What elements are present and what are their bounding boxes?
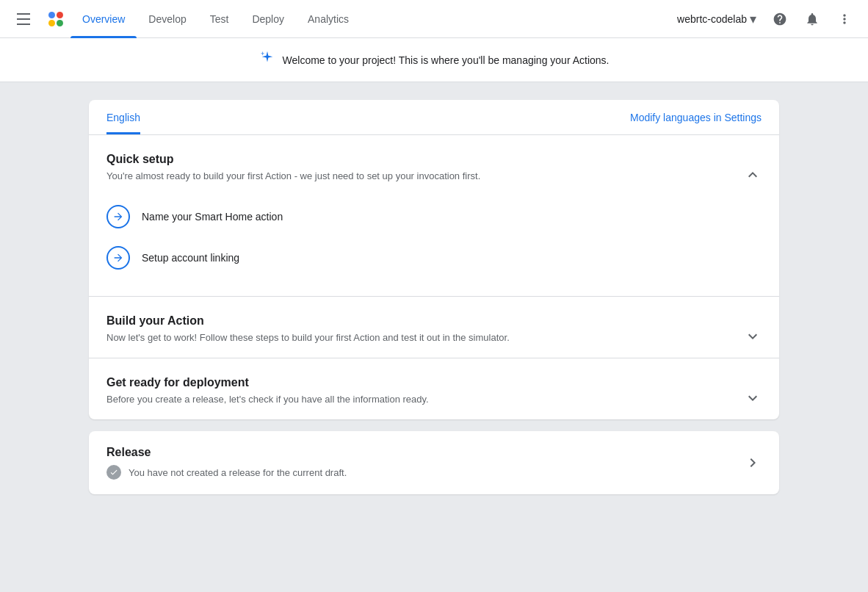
notifications-button[interactable]: [798, 4, 827, 34]
release-status-text: You have not created a release for the c…: [129, 467, 347, 478]
deployment-chevron-down-icon: [744, 389, 762, 407]
project-dropdown-icon: ▾: [750, 11, 756, 27]
google-dot-blue: [48, 12, 55, 18]
release-header[interactable]: Release You have not created a release f…: [89, 431, 779, 494]
setup-item-name-label: Name your Smart Home action: [142, 211, 283, 223]
google-dot-green: [57, 20, 63, 26]
quick-setup-chevron-up-icon: [744, 166, 762, 184]
build-action-header[interactable]: Build your Action Now let's get to work!…: [89, 297, 779, 358]
build-action-chevron-down-icon: [744, 328, 762, 345]
hamburger-menu-button[interactable]: [9, 4, 38, 34]
modify-languages-link[interactable]: Modify languages in Settings: [630, 112, 762, 123]
bell-icon: [805, 12, 820, 26]
project-name: webrtc-codelab: [677, 13, 747, 25]
overview-card: English Modify languages in Settings Qui…: [89, 100, 779, 419]
release-left: Release You have not created a release f…: [106, 446, 347, 480]
release-status-item: You have not created a release for the c…: [106, 465, 347, 480]
build-action-desc: Now let's get to work! Follow these step…: [106, 332, 510, 358]
build-action-section: Build your Action Now let's get to work!…: [89, 297, 779, 358]
deployment-title: Get ready for deployment: [106, 376, 429, 389]
deployment-desc: Before you create a release, let's check…: [106, 394, 429, 419]
main-content: English Modify languages in Settings Qui…: [0, 82, 868, 592]
deployment-header[interactable]: Get ready for deployment Before you crea…: [89, 358, 779, 419]
more-vert-icon: [837, 12, 852, 26]
google-logo: [44, 7, 68, 31]
setup-item-account-linking[interactable]: Setup account linking: [106, 237, 762, 278]
sparkle-icon: [259, 50, 275, 70]
quick-setup-header-left: Quick setup You're almost ready to build…: [106, 153, 480, 196]
language-tab-english[interactable]: English: [106, 100, 140, 134]
arrow-circle-icon-2: [106, 246, 130, 270]
release-chevron-right-icon: [744, 454, 762, 472]
nav-left: [9, 4, 70, 34]
google-dot-yellow: [48, 20, 55, 26]
build-action-title: Build your Action: [106, 314, 510, 328]
setup-item-name-action[interactable]: Name your Smart Home action: [106, 196, 762, 237]
quick-setup-title: Quick setup: [106, 153, 480, 166]
setup-item-account-label: Setup account linking: [142, 252, 239, 264]
tab-develop[interactable]: Develop: [137, 0, 198, 38]
tab-deploy[interactable]: Deploy: [240, 0, 296, 38]
quick-setup-header[interactable]: Quick setup You're almost ready to build…: [89, 135, 779, 196]
setup-items-list: Name your Smart Home action Setup accoun…: [89, 196, 779, 296]
check-circle-icon: [106, 465, 121, 480]
release-card: Release You have not created a release f…: [89, 431, 779, 494]
build-action-header-left: Build your Action Now let's get to work!…: [106, 314, 510, 358]
nav-tabs: Overview Develop Test Deploy Analytics: [70, 0, 671, 38]
quick-setup-desc: You're almost ready to build your first …: [106, 170, 480, 196]
banner-text: Welcome to your project! This is where y…: [283, 54, 610, 66]
language-tab-row: English Modify languages in Settings: [89, 100, 779, 135]
help-button[interactable]: [765, 4, 795, 34]
release-title: Release: [106, 446, 347, 459]
help-icon: [773, 12, 787, 26]
more-options-button[interactable]: [830, 4, 859, 34]
tab-overview[interactable]: Overview: [70, 0, 137, 38]
top-navigation: Overview Develop Test Deploy Analytics w…: [0, 0, 868, 38]
quick-setup-section: Quick setup You're almost ready to build…: [89, 135, 779, 297]
deployment-header-left: Get ready for deployment Before you crea…: [106, 376, 429, 419]
tab-test[interactable]: Test: [198, 0, 241, 38]
nav-right: webrtc-codelab ▾: [671, 4, 859, 34]
google-dot-red: [57, 12, 63, 18]
project-selector[interactable]: webrtc-codelab ▾: [671, 7, 762, 32]
welcome-banner: Welcome to your project! This is where y…: [0, 38, 868, 82]
arrow-circle-icon: [106, 205, 130, 228]
deployment-section: Get ready for deployment Before you crea…: [89, 358, 779, 419]
tab-analytics[interactable]: Analytics: [296, 0, 361, 38]
